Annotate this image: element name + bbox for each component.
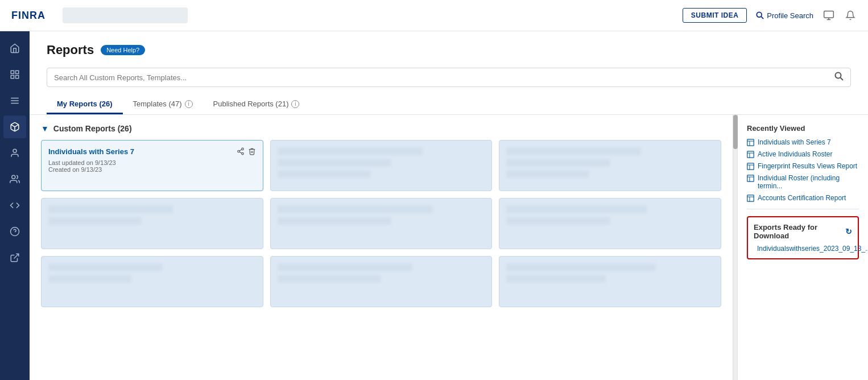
sidebar-item-groups[interactable]: [3, 168, 26, 191]
need-help-badge[interactable]: Need Help?: [101, 45, 145, 55]
recent-item-0[interactable]: Individuals with Series 7: [747, 138, 859, 146]
search-button[interactable]: [834, 72, 844, 83]
svg-point-21: [237, 150, 239, 152]
search-bar: [47, 68, 851, 87]
svg-point-14: [12, 175, 15, 179]
screen-icon[interactable]: [822, 9, 835, 22]
report-card-blurred-2[interactable]: [499, 140, 721, 191]
svg-line-24: [239, 150, 242, 151]
report-card-title[interactable]: Individuals with Series 7: [48, 147, 134, 156]
svg-rect-5: [11, 71, 14, 73]
report-card-last-updated: Last updated on 9/13/23: [48, 159, 256, 166]
right-sidebar-divider: [747, 209, 859, 209]
reports-main: ▼ Custom Reports (26) Individuals with S…: [30, 115, 733, 380]
report-card-blurred-6[interactable]: [41, 256, 263, 307]
scrollbar-thumb[interactable]: [733, 115, 738, 149]
sidebar-item-people[interactable]: [3, 142, 26, 164]
recent-item-label-3: Individual Roster (including termin...: [758, 174, 859, 190]
report-card-blurred-4[interactable]: [270, 198, 493, 249]
svg-line-23: [239, 152, 242, 153]
tab-my-reports[interactable]: My Reports (26): [47, 95, 123, 114]
section-header: ▼ Custom Reports (26): [41, 124, 721, 133]
top-nav-right: SUBMIT IDEA Profile Search: [683, 8, 857, 23]
cards-grid: Individuals with Series 7: [41, 140, 721, 307]
main-content: Reports Need Help? My Reports (26) T: [30, 31, 868, 380]
svg-rect-28: [747, 151, 754, 158]
right-sidebar: Recently Viewed Individuals with Series …: [737, 115, 868, 380]
page-title: Reports: [47, 43, 94, 57]
sidebar-item-export[interactable]: [3, 246, 26, 269]
recently-viewed-title: Recently Viewed: [747, 124, 859, 133]
recent-item-2[interactable]: Fingerprint Results Views Report: [747, 162, 859, 170]
svg-rect-8: [16, 76, 19, 79]
published-info-icon[interactable]: i: [291, 100, 299, 108]
svg-point-0: [757, 12, 762, 17]
svg-point-13: [13, 149, 16, 152]
recent-item-1[interactable]: Active Individuals Roster: [747, 150, 859, 158]
sidebar: [0, 31, 30, 380]
table-icon-1: [747, 151, 754, 158]
report-card-actions: [237, 147, 256, 157]
share-icon[interactable]: [237, 147, 245, 157]
exports-title-label: Exports Ready for Download: [754, 223, 842, 240]
recent-item-label-2: Fingerprint Results Views Report: [758, 162, 857, 170]
report-card-created: Created on 9/13/23: [48, 166, 256, 173]
export-item-label-0: Individualswithseries_2023_09_13_...: [757, 245, 868, 253]
section-title: Custom Reports (26): [53, 124, 132, 133]
breadcrumb: [63, 7, 188, 23]
search-icon: [756, 11, 764, 19]
report-card-blurred-8[interactable]: [499, 256, 721, 307]
svg-rect-7: [11, 76, 14, 79]
search-bar-wrapper: [30, 63, 868, 95]
report-card-blurred-1[interactable]: [270, 140, 493, 191]
content-area: ▼ Custom Reports (26) Individuals with S…: [30, 115, 868, 380]
sidebar-item-dashboard[interactable]: [3, 63, 26, 86]
scrollbar-track[interactable]: [733, 115, 737, 380]
report-card-blurred-7[interactable]: [270, 256, 493, 307]
refresh-icon[interactable]: ↻: [845, 227, 852, 236]
page-header: Reports Need Help?: [30, 31, 868, 63]
recent-item-label-4: Accounts Certification Report: [758, 194, 846, 202]
notification-icon[interactable]: [844, 9, 857, 22]
report-card-blurred-5[interactable]: [499, 198, 721, 249]
profile-search-link[interactable]: Profile Search: [756, 11, 813, 20]
svg-rect-25: [747, 139, 754, 146]
svg-line-17: [14, 254, 19, 258]
svg-rect-2: [824, 11, 834, 18]
report-card-blurred-3[interactable]: [41, 198, 263, 249]
collapse-icon[interactable]: ▼: [41, 124, 49, 133]
table-icon-2: [747, 163, 754, 170]
sidebar-item-code[interactable]: [3, 194, 26, 217]
tab-published[interactable]: Published Reports (21) i: [203, 95, 310, 114]
tab-my-reports-label: My Reports (26): [57, 100, 113, 108]
finra-logo: FINRA: [11, 10, 46, 22]
recent-item-4[interactable]: Accounts Certification Report: [747, 194, 859, 202]
recent-item-label-1: Active Individuals Roster: [758, 150, 832, 158]
svg-rect-31: [747, 163, 754, 170]
exports-ready-box: Exports Ready for Download ↻ Individuals…: [747, 216, 859, 259]
tab-templates[interactable]: Templates (47) i: [123, 95, 203, 114]
tab-templates-label: Templates (47): [133, 100, 182, 108]
tab-published-label: Published Reports (21): [213, 100, 289, 108]
svg-line-1: [762, 16, 764, 19]
sidebar-item-list[interactable]: [3, 89, 26, 112]
templates-info-icon[interactable]: i: [185, 100, 193, 108]
profile-search-label: Profile Search: [767, 11, 813, 20]
exports-title-row: Exports Ready for Download ↻: [754, 223, 852, 240]
svg-rect-6: [16, 71, 19, 73]
table-icon-3: [747, 175, 754, 182]
sidebar-item-home[interactable]: [3, 37, 26, 60]
top-navigation: FINRA SUBMIT IDEA Profile Search: [0, 0, 868, 31]
table-icon-0: [747, 139, 754, 146]
sidebar-item-reports[interactable]: [3, 115, 26, 138]
search-input[interactable]: [54, 73, 834, 82]
svg-point-22: [241, 152, 243, 155]
report-card-active[interactable]: Individuals with Series 7: [41, 140, 263, 191]
tabs-row: My Reports (26) Templates (47) i Publish…: [30, 95, 868, 115]
svg-rect-37: [747, 195, 754, 201]
delete-icon[interactable]: [248, 147, 256, 157]
submit-idea-button[interactable]: SUBMIT IDEA: [683, 8, 747, 23]
recent-item-3[interactable]: Individual Roster (including termin...: [747, 174, 859, 190]
export-item-0[interactable]: Individualswithseries_2023_09_13_...: [754, 245, 852, 253]
sidebar-item-help[interactable]: [3, 220, 26, 243]
